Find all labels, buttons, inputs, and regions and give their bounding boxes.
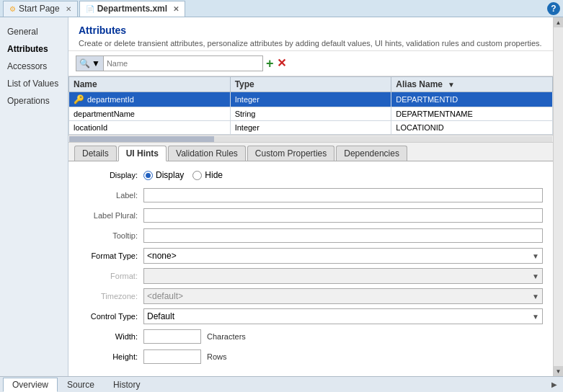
form-row-height: Height: Rows (79, 349, 543, 365)
sidebar-item-general[interactable]: General (0, 23, 68, 40)
width-inline: Characters (143, 329, 246, 344)
main-container: General Attributes Accessors List of Val… (0, 17, 563, 376)
label-input[interactable] (143, 188, 543, 202)
detail-tabs: Details UI Hints Validation Rules Custom… (68, 143, 553, 161)
page-title: Attributes (79, 24, 543, 36)
form-row-timezone: Timezone: <default> ▼ (79, 288, 543, 304)
timezone-select[interactable]: <default> ▼ (143, 288, 543, 304)
radio-display-label: Display (156, 170, 184, 180)
horizontal-scrollbar[interactable] (68, 135, 553, 142)
tooltip-input[interactable] (143, 228, 543, 243)
cell-type: Integer (230, 92, 391, 107)
label-plural-label: Label Plural: (79, 211, 143, 220)
sidebar-item-operations[interactable]: Operations (0, 92, 68, 110)
search-input[interactable] (104, 59, 262, 68)
form-row-label-plural: Label Plural: (79, 208, 543, 223)
tab-departments-xml[interactable]: 📄 Departments.xml ✕ (79, 1, 185, 17)
start-page-icon: ⚙ (9, 5, 16, 13)
timezone-value: <default> (147, 291, 183, 301)
control-type-select[interactable]: Default ▼ (143, 308, 543, 324)
add-attribute-button[interactable]: + (266, 57, 274, 70)
width-unit: Characters (207, 332, 246, 341)
display-radio-group: Display Hide (143, 170, 223, 180)
control-type-label: Control Type: (79, 312, 143, 321)
bottom-tab-history[interactable]: History (104, 378, 149, 392)
table-row[interactable]: departmentNameStringDEPARTMENTNAME (69, 107, 553, 121)
sort-arrow-icon: ▼ (448, 81, 455, 89)
cell-type: String (230, 107, 391, 121)
attributes-table: Name Type Alias Name ▼ 🔑departmentIdInte… (68, 76, 553, 135)
cell-alias: LOCATIONID (391, 121, 553, 135)
cell-alias: DEPARTMENTID (391, 92, 553, 107)
table-row[interactable]: locationIdIntegerLOCATIONID (69, 121, 553, 135)
height-inline: Rows (143, 349, 227, 364)
radio-hide-label: Hide (205, 170, 223, 180)
tab-custom-properties[interactable]: Custom Properties (247, 146, 334, 161)
tab-start-close-icon[interactable]: ✕ (66, 5, 71, 13)
page-description: Create or delete transient attributes, p… (79, 39, 543, 48)
tooltip-label: Tooltip: (79, 231, 143, 240)
tab-details[interactable]: Details (74, 146, 117, 161)
detail-form: Display: Display Hide Label: (68, 161, 553, 376)
form-row-format-type: Format Type: <none> ▼ (79, 248, 543, 264)
bottom-bar: Overview Source History ▶ (0, 376, 563, 392)
search-dropdown-arrow: ▼ (92, 58, 100, 68)
format-select[interactable]: ▼ (143, 268, 543, 284)
tab-start-page[interactable]: ⚙ Start Page ✕ (3, 1, 78, 17)
sidebar-item-attributes[interactable]: Attributes (0, 40, 68, 58)
help-button[interactable]: ? (547, 2, 560, 15)
form-row-format: Format: ▼ (79, 268, 543, 284)
tab-validation-rules[interactable]: Validation Rules (168, 146, 246, 161)
format-type-value: <none> (147, 251, 177, 261)
control-type-value: Default (147, 311, 174, 321)
form-row-tooltip: Tooltip: (79, 228, 543, 244)
scroll-down-arrow[interactable]: ▼ (554, 366, 563, 376)
form-row-control-type: Control Type: Default ▼ (79, 308, 543, 324)
radio-display[interactable]: Display (143, 170, 184, 180)
right-scrollbar[interactable]: ▲ ▼ (553, 17, 563, 376)
display-label: Display: (79, 171, 143, 179)
search-icon: 🔍 (79, 58, 90, 68)
tab-ui-hints[interactable]: UI Hints (118, 146, 167, 161)
bottom-tab-source[interactable]: Source (58, 378, 104, 392)
sidebar-item-accessors[interactable]: Accessors (0, 58, 68, 75)
scroll-up-arrow[interactable]: ▲ (554, 17, 563, 27)
label-plural-input[interactable] (143, 208, 543, 223)
cell-alias: DEPARTMENTNAME (391, 107, 553, 121)
cell-name: departmentName (69, 107, 231, 121)
cell-type: Integer (230, 121, 391, 135)
content-area: Attributes Create or delete transient at… (68, 17, 553, 376)
format-type-select[interactable]: <none> ▼ (143, 248, 543, 264)
sidebar: General Attributes Accessors List of Val… (0, 17, 68, 376)
search-dropdown-button[interactable]: 🔍 ▼ (76, 56, 104, 71)
format-type-label: Format Type: (79, 251, 143, 260)
label-label: Label: (79, 191, 143, 200)
form-row-width: Width: Characters (79, 329, 543, 344)
col-header-name[interactable]: Name (69, 77, 231, 92)
height-label: Height: (79, 352, 143, 361)
attributes-table-container: Name Type Alias Name ▼ 🔑departmentIdInte… (68, 76, 553, 143)
timezone-arrow-icon: ▼ (532, 293, 539, 300)
width-input[interactable] (143, 329, 201, 344)
control-type-arrow-icon: ▼ (532, 313, 539, 321)
delete-attribute-button[interactable]: ✕ (277, 58, 286, 69)
format-type-arrow-icon: ▼ (532, 252, 539, 260)
search-row: 🔍 ▼ + ✕ (68, 51, 553, 76)
radio-hide[interactable]: Hide (192, 170, 223, 180)
tab-dependencies[interactable]: Dependencies (336, 146, 407, 161)
scroll-track (554, 27, 563, 366)
content-header: Attributes Create or delete transient at… (68, 17, 553, 51)
bottom-tab-overview[interactable]: Overview (3, 378, 58, 392)
sidebar-item-list-of-values[interactable]: List of Values (0, 75, 68, 92)
height-input[interactable] (143, 349, 201, 364)
table-row[interactable]: 🔑departmentIdIntegerDEPARTMENTID (69, 92, 553, 107)
timezone-label: Timezone: (79, 292, 143, 300)
form-row-display: Display: Display Hide (79, 167, 543, 183)
tab-departments-close-icon[interactable]: ✕ (173, 5, 179, 13)
radio-hide-circle (192, 171, 202, 180)
tab-start-page-label: Start Page (19, 4, 60, 14)
bottom-arrow-right[interactable]: ▶ (549, 379, 560, 390)
col-header-alias[interactable]: Alias Name ▼ (391, 77, 553, 92)
col-header-type[interactable]: Type (230, 77, 391, 92)
tab-bar: ⚙ Start Page ✕ 📄 Departments.xml ✕ ? (0, 0, 563, 17)
